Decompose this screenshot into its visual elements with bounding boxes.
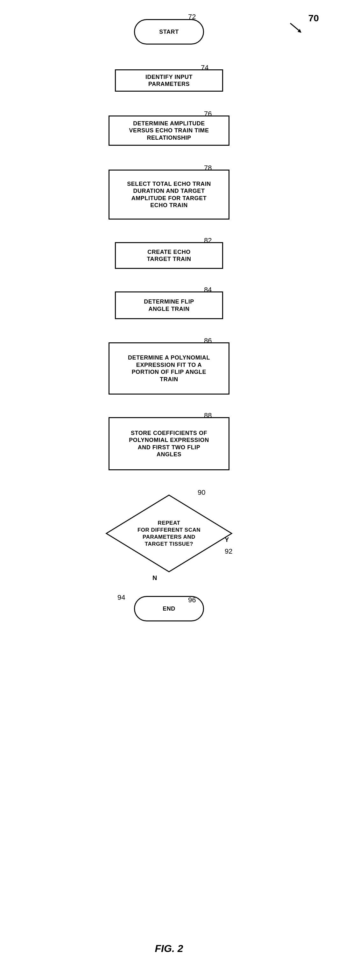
yes-label: Y bbox=[225, 536, 229, 544]
create-echo-node: CREATE ECHO TARGET TRAIN bbox=[115, 242, 223, 269]
ref-78: 78 bbox=[204, 164, 212, 172]
determine-amp-node: DETERMINE AMPLITUDE VERSUS ECHO TRAIN TI… bbox=[108, 116, 230, 146]
ref-84: 84 bbox=[204, 286, 212, 294]
diagram-arrow-icon bbox=[289, 22, 308, 34]
ref-86: 86 bbox=[204, 337, 212, 345]
repeat-diamond: REPEAT FOR DIFFERENT SCAN PARAMETERS AND… bbox=[105, 494, 233, 573]
ref-72: 72 bbox=[188, 13, 196, 21]
ref-96: 96 bbox=[188, 596, 196, 604]
repeat-text: REPEAT FOR DIFFERENT SCAN PARAMETERS AND… bbox=[128, 516, 210, 550]
ref-82: 82 bbox=[204, 236, 212, 245]
ref-90: 90 bbox=[198, 488, 205, 497]
start-node: START bbox=[134, 19, 204, 45]
determine-flip-node: DETERMINE FLIP ANGLE TRAIN bbox=[115, 291, 223, 319]
no-label: N bbox=[153, 574, 157, 582]
diagram-number: 70 bbox=[308, 13, 319, 24]
ref-94: 94 bbox=[118, 593, 125, 602]
ref-76: 76 bbox=[204, 110, 212, 118]
ref-88: 88 bbox=[204, 411, 212, 420]
svg-line-0 bbox=[290, 23, 300, 31]
store-coeff-node: STORE COEFFICIENTS OF POLYNOMIAL EXPRESS… bbox=[108, 417, 230, 470]
determine-poly-node: DETERMINE A POLYNOMIAL EXPRESSION FIT TO… bbox=[108, 342, 230, 395]
diagram-container: 70 bbox=[0, 0, 338, 980]
identify-node: IDENTIFY INPUT PARAMETERS bbox=[115, 69, 223, 92]
figure-label: FIG. 2 bbox=[155, 943, 183, 955]
ref-92: 92 bbox=[225, 547, 232, 555]
select-total-node: SELECT TOTAL ECHO TRAIN DURATION AND TAR… bbox=[108, 170, 230, 220]
ref-74: 74 bbox=[201, 64, 209, 72]
